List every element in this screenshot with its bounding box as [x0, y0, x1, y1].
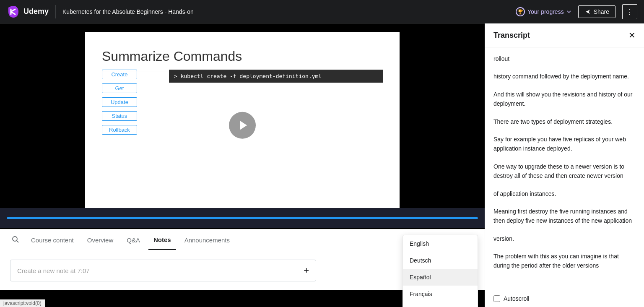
cmd-btn-rollback[interactable]: Rollback	[102, 125, 137, 135]
play-button[interactable]	[229, 112, 256, 139]
video-footer	[0, 208, 485, 228]
video-player[interactable]: Summarize Commands Create Get Update Sta…	[0, 23, 485, 229]
search-icon	[12, 236, 19, 243]
slide-title: Summarize Commands	[102, 49, 383, 64]
autoscroll-checkbox[interactable]	[493, 295, 500, 302]
cmd-btn-get[interactable]: Get	[102, 83, 137, 93]
search-button[interactable]	[8, 232, 23, 248]
lang-espanol[interactable]: Español	[403, 269, 478, 286]
logo-text: Udemy	[23, 7, 49, 16]
add-note-button[interactable]: +	[304, 265, 309, 276]
lang-english[interactable]: English	[403, 235, 478, 252]
autoscroll-label: Autoscroll	[504, 295, 529, 302]
tab-course-content[interactable]: Course content	[26, 231, 79, 250]
transcript-p2: history command followed by the deployme…	[493, 72, 636, 81]
transcript-header: Transcript ✕	[485, 23, 644, 47]
svg-text:🏆: 🏆	[517, 9, 523, 15]
cmd-btn-create[interactable]: Create	[102, 70, 137, 79]
svg-point-3	[13, 237, 17, 241]
terminal-cmd: > kubectl create -f deployment-definitio…	[169, 70, 383, 83]
language-dropdown: English Deutsch Español Français Bahasa …	[402, 235, 478, 307]
header-divider	[55, 5, 56, 18]
transcript-p3: And this will show you the revisions and…	[493, 90, 636, 109]
status-bar: javascript:void(0)	[0, 299, 45, 307]
svg-marker-2	[240, 121, 247, 130]
tab-notes[interactable]: Notes	[148, 230, 176, 250]
note-input-row: Create a new note at 7:07 +	[10, 260, 316, 281]
transcript-p8: Meaning first destroy the five running i…	[493, 207, 636, 226]
cmd-btn-status[interactable]: Status	[102, 111, 137, 121]
cmd-btn-update[interactable]: Update	[102, 97, 137, 107]
autoscroll-row: Autoscroll	[485, 290, 644, 307]
transcript-p1: rollout	[493, 54, 636, 63]
play-icon	[238, 120, 249, 131]
video-area: Summarize Commands Create Get Update Sta…	[0, 23, 485, 307]
tab-overview[interactable]: Overview	[82, 231, 119, 250]
share-label: Share	[594, 8, 609, 15]
course-title: Kubernetes for the Absolute Beginners - …	[62, 8, 509, 15]
transcript-p10: The problem with this as you can imagine…	[493, 252, 636, 271]
transcript-panel: Transcript ✕ rollout history command fol…	[485, 23, 644, 307]
main-layout: Summarize Commands Create Get Update Sta…	[0, 23, 644, 307]
share-button[interactable]: Share	[578, 5, 615, 18]
share-icon	[584, 8, 591, 15]
more-button[interactable]: ⋮	[622, 4, 637, 19]
transcript-p5: Say for example you have five replicas o…	[493, 135, 636, 154]
chevron-down-icon	[566, 9, 571, 14]
transcript-p7: of application instances.	[493, 189, 636, 198]
progress-label: Your progress	[527, 8, 564, 15]
more-label: ⋮	[626, 7, 634, 16]
svg-line-4	[17, 241, 19, 243]
cmd-buttons: Create Get Update Status Rollback	[102, 70, 137, 135]
lang-deutsch[interactable]: Deutsch	[403, 252, 478, 269]
header: Udemy Kubernetes for the Absolute Beginn…	[0, 0, 644, 23]
progress-bar[interactable]	[7, 217, 478, 219]
transcript-p6: One way to upgrade these to a newer vers…	[493, 162, 636, 181]
status-text: javascript:void(0)	[3, 300, 42, 306]
transcript-body[interactable]: rollout history command followed by the …	[485, 47, 644, 290]
udemy-logo-icon	[7, 5, 20, 18]
lang-bahasa[interactable]: Bahasa Indonesia	[403, 302, 478, 307]
logo: Udemy	[7, 5, 49, 18]
trophy-icon: 🏆	[516, 7, 525, 16]
tab-qna[interactable]: Q&A	[122, 231, 145, 250]
transcript-p9: version.	[493, 234, 636, 243]
transcript-p4: There are two types of deployment strate…	[493, 117, 636, 126]
transcript-close-button[interactable]: ✕	[628, 30, 636, 40]
lang-francais[interactable]: Français	[403, 286, 478, 302]
progress-button[interactable]: 🏆 Your progress	[516, 7, 571, 16]
note-placeholder: Create a new note at 7:07	[17, 267, 300, 274]
tab-announcements[interactable]: Announcements	[179, 231, 235, 250]
transcript-title: Transcript	[493, 31, 530, 40]
slide: Summarize Commands Create Get Update Sta…	[85, 32, 400, 208]
